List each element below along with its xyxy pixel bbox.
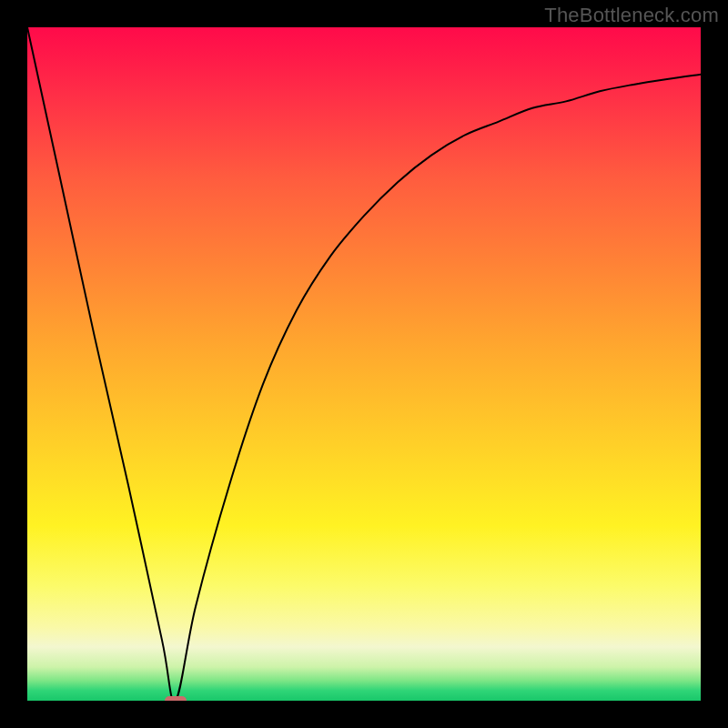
curve-svg	[27, 27, 701, 701]
plot-area	[27, 27, 701, 701]
watermark-text: TheBottleneck.com	[544, 4, 719, 27]
chart-frame: TheBottleneck.com	[0, 0, 728, 728]
bottleneck-curve	[27, 27, 701, 701]
minimum-marker	[165, 696, 187, 701]
